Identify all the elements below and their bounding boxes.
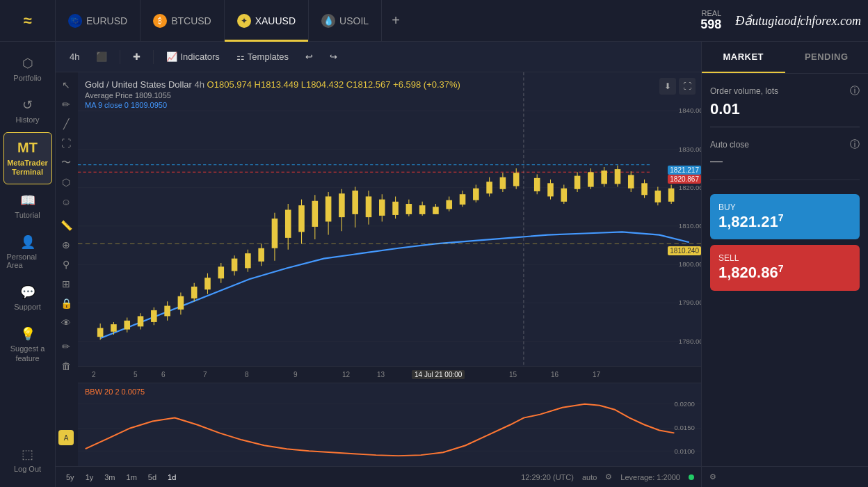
tool-eye[interactable]: 👁 (57, 314, 75, 332)
tool-lock[interactable]: 🔒 (57, 294, 75, 312)
sidebar-label-tutorial: Tutorial (15, 211, 40, 219)
svg-rect-44 (312, 201, 319, 227)
redo-button[interactable]: ↪ (323, 49, 344, 65)
svg-text:1780.000: 1780.000 (679, 337, 701, 345)
tool-label[interactable]: A (58, 430, 74, 445)
tool-zoom-in[interactable]: ⊕ (57, 236, 75, 254)
tab-usoil[interactable]: 💧 USOIL (309, 0, 382, 42)
tool-line[interactable]: ╱ (57, 115, 75, 133)
tool-wave[interactable]: 〜 (57, 154, 75, 172)
tool-expand[interactable]: ⛶ (57, 134, 75, 152)
timeframe-5y[interactable]: 5y (63, 472, 78, 483)
sidebar-item-metatrader[interactable]: MT MetaTrader Terminal (3, 132, 52, 184)
templates-button[interactable]: ⚏ Templates (230, 49, 296, 65)
svg-rect-76 (534, 178, 540, 191)
timeframe-1m[interactable]: 1m (123, 472, 140, 483)
add-tab-button[interactable]: + (382, 0, 410, 42)
crosshair-button[interactable]: ✚ (126, 49, 147, 65)
account-info: REAL 598 (686, 9, 735, 32)
buy-button[interactable]: BUY 1,821.217 (710, 194, 860, 239)
sidebar-item-logout[interactable]: ⬚ Log Out (3, 440, 52, 480)
auto-close-label: Auto close ⓘ (710, 138, 860, 151)
svg-rect-64 (446, 200, 452, 209)
tab-xauusd[interactable]: ✦ XAUUSD (225, 0, 309, 42)
undo-button[interactable]: ↩ (298, 49, 320, 65)
auto-close-info-icon[interactable]: ⓘ (850, 138, 860, 151)
flag-oil: 💧 (321, 14, 335, 28)
svg-rect-22 (164, 306, 170, 317)
templates-icon: ⚏ (236, 51, 245, 62)
tab-pending[interactable]: PENDING (785, 42, 869, 73)
svg-rect-32 (232, 259, 238, 271)
sell-button-label: SELL (718, 253, 851, 263)
svg-rect-86 (601, 170, 607, 184)
oscillator-svg: 0.0200 0.0150 0.0100 (78, 383, 701, 466)
bottom-settings-icon[interactable]: ⚙ (709, 472, 716, 481)
tab-market[interactable]: MARKET (702, 42, 785, 73)
sidebar-label-logout: Log Out (14, 465, 41, 473)
account-label: REAL (700, 9, 721, 17)
tool-shapes[interactable]: ⬡ (57, 173, 75, 191)
tool-magnet[interactable]: ⚲ (57, 255, 75, 273)
tool-layers[interactable]: ⊞ (57, 275, 75, 293)
tool-pencil2[interactable]: ✏ (57, 337, 75, 356)
sidebar-item-history[interactable]: ↺ History (3, 90, 52, 131)
tool-trash[interactable]: 🗑 (57, 357, 75, 375)
sidebar-item-portfolio[interactable]: ⬡ Portfolio (3, 49, 52, 89)
svg-rect-54 (379, 200, 385, 216)
sidebar-item-personal-area[interactable]: 👤 Personal Area (3, 227, 52, 276)
crosshair-icon: ✚ (133, 51, 140, 62)
price-tag-mid: 1810.240 (668, 246, 701, 255)
sidebar-item-support[interactable]: 💬 Support (3, 278, 52, 318)
timeframe-3m[interactable]: 3m (101, 472, 118, 483)
chart-mode: auto (582, 473, 597, 481)
logo-area[interactable]: ≈ (0, 0, 56, 42)
svg-rect-50 (352, 191, 358, 214)
bar-type-button[interactable]: ⬛ (89, 49, 114, 65)
price-tag-buy: 1821.217 (668, 166, 701, 175)
flag-eu: 🇪🇺 (68, 14, 82, 28)
chart-download-btn[interactable]: ⬇ (659, 78, 676, 95)
sell-button[interactable]: SELL 1,820.867 (710, 245, 860, 290)
tab-btcusd[interactable]: ₿ BTCUSD (140, 0, 225, 42)
timeframe-1y[interactable]: 1y (82, 472, 97, 483)
svg-rect-66 (460, 194, 466, 205)
indicators-button[interactable]: 📈 Indicators (159, 49, 226, 65)
chart-tools: ↖ ✏ ╱ ⛶ 〜 ⬡ ☺ 📏 ⊕ ⚲ ⊞ 🔒 👁 ✏ 🗑 A (56, 72, 77, 445)
settings-icon[interactable]: ⚙ (605, 472, 612, 481)
sidebar-item-tutorial[interactable]: 📖 Tutorial (3, 186, 52, 226)
panel-tabs: MARKET PENDING (702, 42, 868, 74)
svg-rect-90 (628, 175, 634, 189)
svg-text:0.0150: 0.0150 (674, 425, 694, 432)
timeframe-5d[interactable]: 5d (145, 472, 160, 483)
tab-eurusd[interactable]: 🇪🇺 EURUSD (56, 0, 140, 42)
chart-expand-btn[interactable]: ⛶ (679, 78, 696, 95)
chart-header: Gold / United States Dollar 4h O1805.974… (85, 79, 460, 109)
timeframe-1d[interactable]: 1d (164, 472, 179, 483)
svg-rect-96 (668, 189, 675, 202)
timeframe-button[interactable]: 4h (63, 49, 86, 65)
svg-rect-58 (406, 204, 412, 214)
svg-rect-78 (547, 183, 554, 196)
svg-text:1800.000: 1800.000 (679, 260, 701, 268)
right-panel-bottom: ⚙ (701, 466, 868, 487)
svg-rect-84 (588, 172, 594, 186)
chart-controls: ⬇ ⛶ (659, 78, 696, 95)
tutorial-icon: 📖 (20, 193, 35, 208)
oscillator-panel: BBW 20 2 0.0075 0.0200 0.0150 0.0100 (78, 383, 701, 466)
bottom-right: 12:29:20 (UTC) auto ⚙ Leverage: 1:2000 (521, 472, 694, 481)
tool-measure[interactable]: 📏 (57, 216, 75, 234)
sidebar-item-suggest[interactable]: 💡 Suggest a feature (3, 319, 52, 369)
chart-title: Gold / United States Dollar 4h O1805.974… (85, 79, 460, 90)
tool-emoji[interactable]: ☺ (57, 193, 75, 211)
tool-pencil[interactable]: ✏ (57, 95, 75, 113)
svg-rect-94 (655, 191, 661, 202)
svg-text:0.0200: 0.0200 (674, 401, 694, 408)
order-info-icon[interactable]: ⓘ (850, 85, 860, 97)
tool-cursor[interactable]: ↖ (57, 76, 75, 94)
suggest-icon: 💡 (20, 326, 35, 342)
svg-rect-42 (298, 205, 305, 232)
chart-area: Gold / United States Dollar 4h O1805.974… (78, 72, 701, 383)
bottom-bar: 5y 1y 3m 1m 5d 1d 12:29:20 (UTC) auto ⚙ … (56, 466, 701, 487)
history-icon: ↺ (22, 97, 33, 113)
